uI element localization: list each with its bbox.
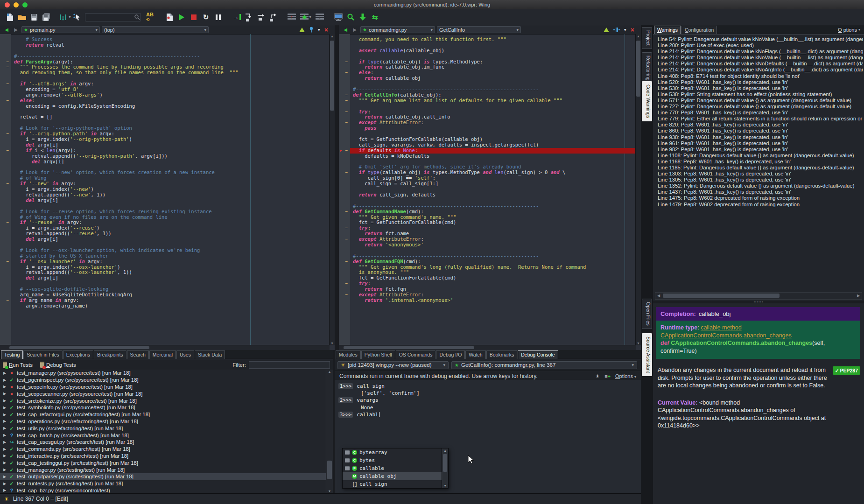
- fold-marker[interactable]: −: [345, 148, 348, 154]
- test-row[interactable]: ▶✓test_srctokenize.py (src/pysource/test…: [0, 397, 326, 404]
- debug-frame-selector[interactable]: ★ GetCallInfo(): commandmgr.py, line 367…: [451, 361, 637, 369]
- save-all-button[interactable]: [40, 11, 52, 24]
- up-stack-frame-button[interactable]: ↑: [286, 11, 298, 24]
- debug-process-selector[interactable]: ☀ [pid 12493] wing.py --new (paused)▾: [337, 361, 449, 369]
- warning-item[interactable]: Line 1475: Pep8: W602 deprecated form of…: [653, 195, 863, 201]
- file-selector[interactable]: ★ premain.py▾: [21, 26, 100, 33]
- test-row[interactable]: ▶✓test_cap_refactorgui.py (src/refactori…: [0, 411, 326, 418]
- warning-item[interactable]: Line 1303: Pep8: W601 .has_key() is depr…: [653, 171, 863, 177]
- horizontal-scrollbar[interactable]: [0, 345, 330, 350]
- tab-watch[interactable]: Watch: [465, 350, 485, 359]
- scope-selector[interactable]: GetCallInfo▾: [437, 26, 521, 33]
- tab-debug-console[interactable]: Debug Console: [518, 350, 558, 359]
- popup-scrollbar[interactable]: ▲▼: [442, 448, 448, 488]
- warning-item[interactable]: Line 214: Pylint: Dangerous default valu…: [653, 61, 863, 67]
- debug-active-icon[interactable]: ☀: [595, 373, 600, 379]
- horizontal-scrollbar[interactable]: [339, 345, 636, 350]
- expand-icon[interactable]: ▶: [1, 468, 8, 472]
- fold-marker[interactable]: −: [7, 181, 9, 187]
- goto-line-button[interactable]: [357, 11, 369, 24]
- fold-marker[interactable]: −: [7, 64, 9, 70]
- expand-icon[interactable]: ▶: [1, 426, 8, 430]
- tab-python-shell[interactable]: Python Shell: [361, 350, 395, 359]
- forward-button[interactable]: ▶: [12, 28, 20, 32]
- step-into-button[interactable]: →: [231, 11, 243, 24]
- vertical-scrollbar[interactable]: ▲▼: [635, 34, 641, 345]
- test-row[interactable]: ▶✓test_utils.py (src/refactoring/test) […: [0, 425, 326, 432]
- replace-button[interactable]: AB⟲: [143, 11, 157, 24]
- tab-uses[interactable]: Uses: [176, 350, 194, 359]
- run-tests-button[interactable]: Run Tests: [3, 362, 33, 368]
- run-debug-button[interactable]: [176, 11, 188, 24]
- down-stack-frame-button[interactable]: ↓: [314, 11, 326, 24]
- fold-marker[interactable]: −: [345, 70, 348, 76]
- test-row[interactable]: ▶✓test_interactive.py (src/search/test) …: [0, 453, 326, 460]
- test-row[interactable]: ▶✓test_operations.py (src/refactoring/te…: [0, 418, 326, 425]
- warning-item[interactable]: Line 860: Pep8: W601 .has_key() is depre…: [653, 128, 863, 134]
- open-file-button[interactable]: [16, 11, 28, 24]
- split-icon[interactable]: [613, 27, 620, 33]
- warning-item[interactable]: Line 779: Pylint: Either all return stat…: [653, 116, 863, 122]
- completion-item[interactable]: []call_sign: [343, 480, 448, 488]
- editor-pane-left[interactable]: ◀ ▶ ★ premain.py▾ (top)▾ ▾ × # Success r…: [0, 25, 335, 350]
- warning-item[interactable]: Line 982: Pep8: W601 .has_key() is depre…: [653, 147, 863, 153]
- runtime-type-link[interactable]: callable method: [701, 324, 742, 331]
- warning-item[interactable]: Line 1108: Pylint: Dangerous default val…: [653, 153, 863, 159]
- warning-item[interactable]: Line 538: Pylint: String statement has n…: [653, 91, 863, 98]
- tab-breakpoints[interactable]: Breakpoints: [94, 350, 126, 359]
- fold-marker[interactable]: −: [7, 220, 9, 225]
- test-row[interactable]: ▶✓test_commands.py (src/search/test) [ru…: [0, 446, 326, 453]
- test-row[interactable]: ▶×test_scopeinfo.py (src/pysource/test) …: [0, 384, 326, 391]
- save-button[interactable]: [28, 11, 40, 24]
- warning-item[interactable]: Line 727: Pylint: Dangerous default valu…: [653, 104, 863, 110]
- toggle-breakpoint-button[interactable]: ◆▾: [298, 11, 314, 24]
- warning-item[interactable]: Line 938: Pep8: W601 .has_key() is depre…: [653, 134, 863, 140]
- restart-debug-button[interactable]: ↻: [200, 11, 212, 24]
- fold-marker[interactable]: −: [345, 109, 348, 115]
- test-row[interactable]: ▶?test_cap_batch.py (src/search/test) [r…: [0, 432, 326, 439]
- warnings-horizontal-scrollbar[interactable]: ◀ ▶: [655, 292, 862, 300]
- tab-warnings[interactable]: Warnings: [654, 26, 681, 34]
- warning-item[interactable]: Line 770: Pep8: W601 .has_key() is depre…: [653, 110, 863, 116]
- fold-marker[interactable]: −: [345, 98, 348, 104]
- expand-icon[interactable]: ▶: [1, 440, 8, 444]
- fold-marker[interactable]: −: [345, 92, 348, 98]
- expand-icon[interactable]: ▶: [1, 461, 8, 465]
- rail-tab-source-assistant[interactable]: Source Assistant: [642, 333, 652, 376]
- fold-marker[interactable]: −: [7, 298, 9, 303]
- expand-icon[interactable]: ▶: [1, 406, 8, 410]
- fold-marker[interactable]: −: [7, 259, 9, 265]
- fold-marker[interactable]: −: [7, 131, 9, 137]
- editor-pane-right[interactable]: ◀ ▶ ★ commandmgr.py▾ GetCallInfo▾ ▾ × co…: [339, 25, 641, 350]
- tab-configuration[interactable]: Configuration: [681, 26, 717, 34]
- fold-marker[interactable]: −: [345, 292, 348, 298]
- rail-tab-code-warnings[interactable]: Code Warnings: [642, 81, 652, 121]
- warning-item[interactable]: Line 1168: Pep8: W601 .has_key() is depr…: [653, 159, 863, 165]
- test-row[interactable]: ▶↪test_cap_usesgui.py (src/search/test) …: [0, 439, 326, 446]
- step-over-button[interactable]: [255, 11, 267, 24]
- warning-item[interactable]: Line 214: Pylint: Dangerous default valu…: [653, 49, 863, 55]
- warning-item[interactable]: Line 571: Pylint: Dangerous default valu…: [653, 98, 863, 104]
- test-row[interactable]: ▶?test_cap_bzr.py (src/versioncontrol/te…: [0, 487, 326, 493]
- expand-icon[interactable]: ▶: [1, 399, 8, 403]
- fold-marker[interactable]: −: [345, 225, 348, 231]
- warning-item[interactable]: Line 54: Pylint: Dangerous default value…: [653, 36, 863, 42]
- debug-probe-button[interactable]: [332, 11, 344, 24]
- step-out-button[interactable]: [267, 11, 279, 24]
- add-watch-icon[interactable]: ≡+: [604, 373, 611, 379]
- test-row[interactable]: ▶✓test_runtests.py (src/testing/test) [r…: [0, 480, 326, 487]
- warning-item[interactable]: Line 1305: Pep8: W601 .has_key() is depr…: [653, 177, 863, 183]
- edit-symbols-button[interactable]: ▾: [59, 11, 71, 24]
- test-row[interactable]: ▶✓test_manager.py (src/testing/test) [ru…: [0, 466, 326, 473]
- expand-icon[interactable]: ▶: [1, 433, 8, 437]
- scroll-right-icon[interactable]: ▶: [855, 293, 862, 299]
- warning-item[interactable]: Line 1352: Pylint: Dangerous default val…: [653, 183, 863, 189]
- pin-icon[interactable]: [309, 27, 314, 33]
- back-button[interactable]: ◀: [3, 28, 10, 32]
- expand-icon[interactable]: ▶: [1, 447, 8, 451]
- expand-icon[interactable]: ▶: [1, 392, 8, 396]
- completion-item[interactable]: Fcallable: [343, 464, 448, 472]
- test-row[interactable]: ▶✓test_pgeninspect.py (src/pysource/test…: [0, 377, 326, 384]
- runtime-symbol-link[interactable]: CApplicationControlCommands.abandon_chan…: [660, 332, 792, 339]
- warning-item[interactable]: Line 1185: Pylint: Dangerous default val…: [653, 165, 863, 171]
